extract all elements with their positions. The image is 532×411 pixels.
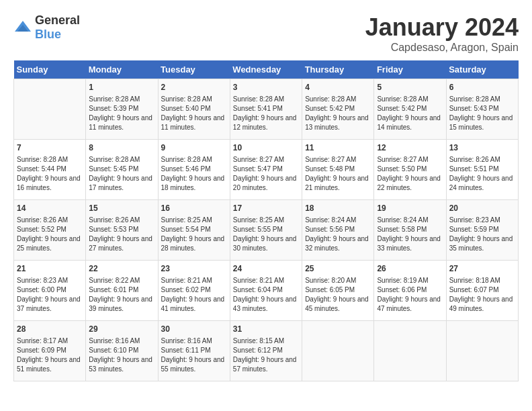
day-number: 7 [17, 142, 83, 154]
calendar-cell: 31Sunrise: 8:15 AMSunset: 6:12 PMDayligh… [230, 321, 302, 381]
day-info: Sunrise: 8:28 AMSunset: 5:41 PMDaylight:… [233, 95, 299, 132]
day-info: Sunrise: 8:28 AMSunset: 5:39 PMDaylight:… [89, 95, 154, 132]
calendar-cell: 19Sunrise: 8:24 AMSunset: 5:58 PMDayligh… [374, 200, 446, 261]
day-number: 30 [161, 324, 227, 335]
day-info: Sunrise: 8:27 AMSunset: 5:47 PMDaylight:… [233, 155, 299, 193]
logo-blue: Blue [35, 28, 61, 41]
logo-general: General [35, 13, 80, 27]
day-number: 12 [377, 142, 443, 154]
day-number: 31 [233, 324, 299, 335]
day-info: Sunrise: 8:28 AMSunset: 5:46 PMDaylight:… [161, 155, 227, 193]
calendar-cell: 8Sunrise: 8:28 AMSunset: 5:45 PMDaylight… [86, 140, 158, 200]
day-info: Sunrise: 8:26 AMSunset: 5:53 PMDaylight:… [89, 216, 154, 253]
day-info: Sunrise: 8:23 AMSunset: 6:00 PMDaylight:… [17, 276, 83, 314]
day-number: 3 [233, 82, 299, 93]
day-info: Sunrise: 8:27 AMSunset: 5:50 PMDaylight:… [377, 155, 443, 193]
calendar-cell: 17Sunrise: 8:25 AMSunset: 5:55 PMDayligh… [230, 200, 302, 261]
day-info: Sunrise: 8:28 AMSunset: 5:43 PMDaylight:… [449, 95, 515, 132]
calendar-body: 1Sunrise: 8:28 AMSunset: 5:39 PMDaylight… [14, 79, 519, 381]
day-info: Sunrise: 8:21 AMSunset: 6:04 PMDaylight:… [233, 276, 299, 314]
day-info: Sunrise: 8:26 AMSunset: 5:51 PMDaylight:… [449, 155, 515, 193]
calendar-cell: 14Sunrise: 8:26 AMSunset: 5:52 PMDayligh… [14, 200, 86, 261]
day-info: Sunrise: 8:17 AMSunset: 6:09 PMDaylight:… [17, 336, 83, 374]
day-number: 6 [449, 82, 515, 93]
calendar-week-4: 21Sunrise: 8:23 AMSunset: 6:00 PMDayligh… [14, 261, 519, 321]
day-number: 4 [305, 82, 371, 93]
day-number: 15 [89, 203, 154, 214]
day-number: 29 [89, 324, 154, 335]
calendar-week-5: 28Sunrise: 8:17 AMSunset: 6:09 PMDayligh… [14, 321, 519, 381]
day-info: Sunrise: 8:22 AMSunset: 6:01 PMDaylight:… [89, 276, 154, 314]
calendar-cell [14, 79, 86, 140]
day-info: Sunrise: 8:28 AMSunset: 5:42 PMDaylight:… [305, 95, 371, 132]
day-info: Sunrise: 8:28 AMSunset: 5:40 PMDaylight:… [161, 95, 227, 132]
calendar-cell: 21Sunrise: 8:23 AMSunset: 6:00 PMDayligh… [14, 261, 86, 321]
day-number: 11 [305, 142, 371, 154]
calendar-cell: 1Sunrise: 8:28 AMSunset: 5:39 PMDaylight… [86, 79, 158, 140]
day-number: 9 [161, 142, 227, 154]
calendar-week-3: 14Sunrise: 8:26 AMSunset: 5:52 PMDayligh… [14, 200, 519, 261]
calendar-cell: 26Sunrise: 8:19 AMSunset: 6:06 PMDayligh… [374, 261, 446, 321]
day-info: Sunrise: 8:16 AMSunset: 6:11 PMDaylight:… [161, 336, 227, 374]
day-info: Sunrise: 8:24 AMSunset: 5:56 PMDaylight:… [305, 216, 371, 253]
calendar-cell: 6Sunrise: 8:28 AMSunset: 5:43 PMDaylight… [446, 79, 518, 140]
calendar-cell: 7Sunrise: 8:28 AMSunset: 5:44 PMDaylight… [14, 140, 86, 200]
calendar-cell: 5Sunrise: 8:28 AMSunset: 5:42 PMDaylight… [374, 79, 446, 140]
weekday-sunday: Sunday [14, 60, 86, 79]
day-info: Sunrise: 8:19 AMSunset: 6:06 PMDaylight:… [377, 276, 443, 314]
day-info: Sunrise: 8:26 AMSunset: 5:52 PMDaylight:… [17, 216, 83, 253]
calendar-cell: 28Sunrise: 8:17 AMSunset: 6:09 PMDayligh… [14, 321, 86, 381]
weekday-saturday: Saturday [446, 60, 518, 79]
calendar-cell [446, 321, 518, 381]
day-info: Sunrise: 8:28 AMSunset: 5:44 PMDaylight:… [17, 155, 83, 193]
weekday-monday: Monday [86, 60, 158, 79]
calendar-cell: 4Sunrise: 8:28 AMSunset: 5:42 PMDaylight… [302, 79, 374, 140]
day-info: Sunrise: 8:15 AMSunset: 6:12 PMDaylight:… [233, 336, 299, 374]
day-info: Sunrise: 8:24 AMSunset: 5:58 PMDaylight:… [377, 216, 443, 253]
calendar-cell: 27Sunrise: 8:18 AMSunset: 6:07 PMDayligh… [446, 261, 518, 321]
calendar-cell: 9Sunrise: 8:28 AMSunset: 5:46 PMDaylight… [158, 140, 230, 200]
day-info: Sunrise: 8:28 AMSunset: 5:45 PMDaylight:… [89, 155, 154, 193]
weekday-friday: Friday [374, 60, 446, 79]
calendar-cell: 18Sunrise: 8:24 AMSunset: 5:56 PMDayligh… [302, 200, 374, 261]
day-number: 23 [161, 263, 227, 275]
calendar-cell: 24Sunrise: 8:21 AMSunset: 6:04 PMDayligh… [230, 261, 302, 321]
logo-icon [13, 18, 32, 37]
day-info: Sunrise: 8:28 AMSunset: 5:42 PMDaylight:… [377, 95, 443, 132]
day-number: 25 [305, 263, 371, 275]
day-number: 13 [449, 142, 515, 154]
day-info: Sunrise: 8:25 AMSunset: 5:55 PMDaylight:… [233, 216, 299, 253]
month-title: January 2024 [365, 13, 519, 42]
day-number: 16 [161, 203, 227, 214]
calendar-cell: 3Sunrise: 8:28 AMSunset: 5:41 PMDaylight… [230, 79, 302, 140]
day-number: 20 [449, 203, 515, 214]
calendar-cell: 29Sunrise: 8:16 AMSunset: 6:10 PMDayligh… [86, 321, 158, 381]
day-number: 5 [377, 82, 443, 93]
location-title: Capdesaso, Aragon, Spain [365, 42, 519, 54]
calendar-cell: 22Sunrise: 8:22 AMSunset: 6:01 PMDayligh… [86, 261, 158, 321]
day-number: 10 [233, 142, 299, 154]
calendar-week-2: 7Sunrise: 8:28 AMSunset: 5:44 PMDaylight… [14, 140, 519, 200]
calendar-cell: 12Sunrise: 8:27 AMSunset: 5:50 PMDayligh… [374, 140, 446, 200]
calendar-cell: 15Sunrise: 8:26 AMSunset: 5:53 PMDayligh… [86, 200, 158, 261]
title-block: January 2024 Capdesaso, Aragon, Spain [365, 13, 519, 54]
calendar-week-1: 1Sunrise: 8:28 AMSunset: 5:39 PMDaylight… [14, 79, 519, 140]
day-info: Sunrise: 8:25 AMSunset: 5:54 PMDaylight:… [161, 216, 227, 253]
day-info: Sunrise: 8:16 AMSunset: 6:10 PMDaylight:… [89, 336, 154, 374]
day-number: 18 [305, 203, 371, 214]
day-number: 28 [17, 324, 83, 335]
calendar-cell: 16Sunrise: 8:25 AMSunset: 5:54 PMDayligh… [158, 200, 230, 261]
day-number: 26 [377, 263, 443, 275]
calendar-cell: 11Sunrise: 8:27 AMSunset: 5:48 PMDayligh… [302, 140, 374, 200]
day-info: Sunrise: 8:27 AMSunset: 5:48 PMDaylight:… [305, 155, 371, 193]
day-number: 14 [17, 203, 83, 214]
day-number: 8 [89, 142, 154, 154]
calendar-cell [374, 321, 446, 381]
day-info: Sunrise: 8:23 AMSunset: 5:59 PMDaylight:… [449, 216, 515, 253]
day-number: 22 [89, 263, 154, 275]
calendar-cell: 25Sunrise: 8:20 AMSunset: 6:05 PMDayligh… [302, 261, 374, 321]
day-number: 2 [161, 82, 227, 93]
weekday-wednesday: Wednesday [230, 60, 302, 79]
calendar-table: SundayMondayTuesdayWednesdayThursdayFrid… [13, 60, 519, 381]
page-header: General Blue January 2024 Capdesaso, Ara… [13, 13, 519, 54]
